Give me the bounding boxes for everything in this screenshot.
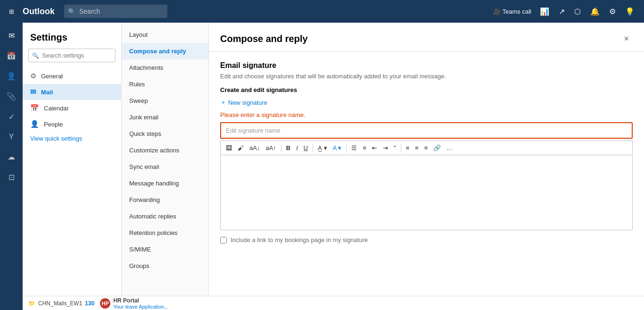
calendar-nav-icon: 📅	[30, 104, 39, 112]
subnav-forwarding[interactable]: Forwarding	[122, 192, 208, 208]
people-nav-icon: 👤	[30, 120, 39, 128]
sidebar-item-mail[interactable]: ✉ Mail	[23, 84, 121, 100]
italic-button[interactable]: I	[294, 143, 300, 153]
sidebar-item-general[interactable]: ⚙ General	[23, 68, 121, 84]
subnav-auto[interactable]: Automatic replies	[122, 208, 208, 225]
error-message: Please enter a signature name.	[220, 111, 633, 118]
app-layout: ✉ 📅 👤 📎 ✓ Y ☁ ⊡ Settings 🔍 ⚙ General ✉ M…	[0, 23, 644, 310]
email-signature-desc: Edit and choose signatures that will be …	[220, 73, 633, 80]
contact-avatar: HP	[100, 298, 110, 309]
email-signature-title: Email signature	[220, 61, 633, 70]
search-settings-input[interactable]	[28, 49, 116, 62]
share2-icon-button[interactable]: ⬡	[570, 4, 585, 19]
align-center-button[interactable]: ≡	[413, 143, 421, 153]
font-color-button[interactable]: A ▾	[330, 143, 344, 153]
signature-editor[interactable]	[220, 155, 633, 230]
rail-yammer-icon[interactable]: Y	[4, 128, 19, 146]
settings-sidebar: Settings 🔍 ⚙ General ✉ Mail 📅 Calendar 👤…	[23, 23, 122, 310]
general-icon: ⚙	[30, 72, 36, 80]
bullets-button[interactable]: ☰	[349, 143, 359, 153]
rail-clip-icon[interactable]: 📎	[2, 87, 21, 106]
rail-cloud-icon[interactable]: ☁	[3, 148, 20, 166]
teams-call-button[interactable]: 🎥 Teams call	[490, 5, 534, 18]
panel-body: Email signature Edit and choose signatur…	[209, 52, 644, 310]
subnav-attachments[interactable]: Attachments	[122, 59, 208, 76]
rail-people-icon[interactable]: 👤	[2, 67, 21, 85]
align-right-button[interactable]: ≡	[422, 143, 430, 153]
rail-calendar-icon[interactable]: 📅	[2, 47, 21, 65]
editor-toolbar: 🖼 🖌 aA↓ aA↑ B I U A̲ ▾ A ▾ ☰ ≡ ⇤ ⇥ " ≡ ≡	[220, 141, 633, 155]
highlight-color-button[interactable]: A̲ ▾	[315, 143, 330, 153]
topbar-actions: 🎥 Teams call 📊 ↗ ⬡ 🔔 ⚙ 💡	[490, 4, 638, 19]
search-settings-wrap: 🔍	[23, 49, 121, 68]
search-settings-icon: 🔍	[32, 52, 39, 59]
signature-name-input[interactable]	[220, 122, 633, 139]
subnav-sync[interactable]: Sync email	[122, 159, 208, 175]
video-icon: 🎥	[493, 8, 501, 15]
align-left-button[interactable]: ≡	[404, 143, 412, 153]
bell-icon-button[interactable]: 🔔	[586, 4, 603, 19]
panel-header: Compose and reply ×	[209, 23, 644, 52]
search-icon: 🔍	[68, 8, 75, 15]
contact-item: HP HR Portal Your leave Application...	[100, 297, 168, 310]
folder-icon: 📁	[28, 300, 35, 307]
underline-button[interactable]: U	[301, 143, 310, 153]
present-icon-button[interactable]: 📊	[536, 4, 553, 19]
subnav-customize[interactable]: Customize actions	[122, 142, 208, 159]
subnav-retention[interactable]: Retention policies	[122, 225, 208, 241]
subnav-layout[interactable]: Layout	[122, 26, 208, 43]
more-options-button[interactable]: …	[444, 143, 455, 153]
bookings-label: Include a link to my bookings page in my…	[231, 236, 368, 243]
subnav-compose[interactable]: Compose and reply	[122, 43, 208, 59]
sidebar-item-calendar[interactable]: 📅 Calendar	[23, 100, 121, 116]
sidebar-item-people[interactable]: 👤 People	[23, 116, 121, 132]
bookings-row: Include a link to my bookings page in my…	[220, 236, 633, 243]
decrease-indent-button[interactable]: ⇤	[370, 143, 380, 153]
insert-image-button[interactable]: 🖼	[223, 143, 234, 153]
subnav-rules[interactable]: Rules	[122, 76, 208, 92]
format-painter-button[interactable]: 🖌	[235, 143, 246, 153]
subnav-junk[interactable]: Junk email	[122, 109, 208, 126]
subnav-sweep[interactable]: Sweep	[122, 92, 208, 109]
search-input[interactable]	[64, 5, 167, 18]
close-button[interactable]: ×	[620, 32, 633, 46]
topbar: ⊞ Outlook 🔍 🎥 Teams call 📊 ↗ ⬡ 🔔 ⚙ 💡	[0, 0, 644, 23]
increase-indent-button[interactable]: ⇥	[380, 143, 390, 153]
plus-icon: ＋	[220, 98, 226, 107]
rail-apps-icon[interactable]: ⊡	[4, 168, 19, 186]
view-quick-settings-link[interactable]: View quick settings	[23, 132, 121, 145]
gear-icon-button[interactable]: ⚙	[605, 4, 619, 19]
share-icon-button[interactable]: ↗	[555, 4, 569, 19]
new-signature-button[interactable]: ＋ New signature	[220, 98, 267, 107]
app-logo: Outlook	[23, 7, 55, 17]
insert-link-button[interactable]: 🔗	[431, 143, 443, 153]
settings-subnav: Layout Compose and reply Attachments Rul…	[122, 23, 209, 310]
subnav-smime[interactable]: S/MIME	[122, 241, 208, 258]
bookings-checkbox[interactable]	[220, 237, 227, 243]
toolbar-sep-1	[281, 144, 281, 152]
font-size-increase-button[interactable]: aA↑	[263, 143, 278, 153]
grid-icon[interactable]: ⊞	[6, 6, 17, 17]
main-content: Compose and reply × Email signature Edit…	[209, 23, 644, 310]
rail-mail-icon[interactable]: ✉	[4, 26, 19, 45]
toolbar-sep-4	[401, 144, 401, 152]
bottom-bar: 📁 CHN_Mails_EW1 130 HP HR Portal Your le…	[23, 296, 644, 310]
search-wrap: 🔍	[64, 5, 243, 18]
settings-title: Settings	[23, 23, 121, 49]
panel-title: Compose and reply	[220, 34, 308, 44]
toolbar-sep-3	[346, 144, 347, 152]
toolbar-sep-2	[313, 144, 313, 152]
bold-button[interactable]: B	[284, 143, 293, 153]
numbered-list-button[interactable]: ≡	[360, 143, 369, 153]
bulb-icon-button[interactable]: 💡	[621, 4, 638, 19]
rail-check-icon[interactable]: ✓	[4, 108, 19, 126]
subnav-groups[interactable]: Groups	[122, 258, 208, 274]
mail-nav-icon: ✉	[30, 88, 36, 96]
font-size-decrease-button[interactable]: aA↓	[247, 143, 262, 153]
mail-folder-item: 📁 CHN_Mails_EW1 130	[28, 300, 94, 307]
quote-button[interactable]: "	[391, 143, 398, 153]
subnav-message[interactable]: Message handling	[122, 175, 208, 192]
subnav-quicksteps[interactable]: Quick steps	[122, 126, 208, 142]
icon-rail: ✉ 📅 👤 📎 ✓ Y ☁ ⊡	[0, 23, 23, 310]
create-edit-label: Create and edit signatures	[220, 86, 633, 93]
